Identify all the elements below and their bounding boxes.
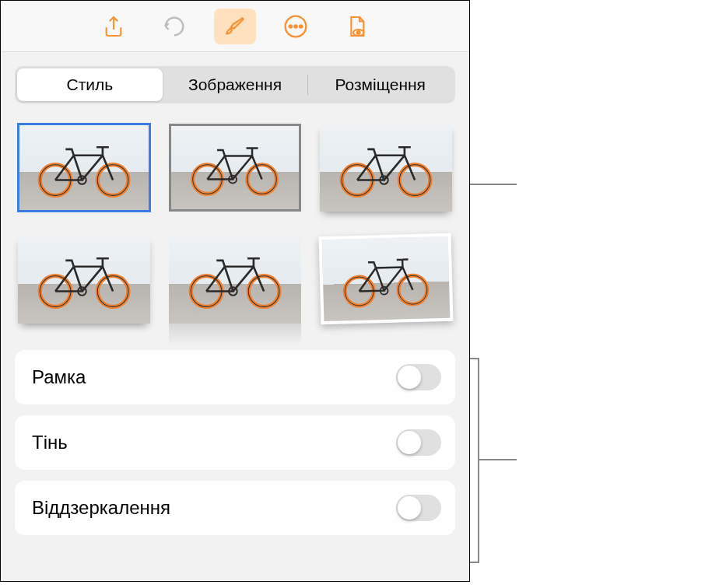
callout-line [470, 184, 517, 185]
style-preset-photo[interactable] [320, 235, 452, 323]
style-options-list: Рамка Тінь Віддзеркалення [15, 350, 455, 535]
svg-point-5 [357, 31, 360, 34]
format-button[interactable] [214, 9, 256, 44]
style-preset-border[interactable] [169, 124, 301, 212]
toolbar [1, 1, 469, 52]
style-preset-reflection[interactable] [169, 235, 301, 323]
callout-bracket [470, 358, 479, 563]
option-row-border[interactable]: Рамка [15, 350, 455, 404]
svg-point-2 [294, 25, 296, 27]
toggle-knob [398, 431, 421, 454]
tab-image[interactable]: Зображення [163, 68, 308, 101]
share-button[interactable] [93, 9, 135, 44]
bike-thumbnail [329, 137, 443, 198]
toggle-knob [398, 496, 421, 520]
bike-thumbnail [178, 248, 292, 310]
document-view-button[interactable] [335, 9, 377, 44]
format-panel: Стиль Зображення Розміщення [0, 0, 470, 582]
document-view-icon [344, 14, 369, 39]
svg-point-3 [300, 25, 302, 27]
more-button[interactable] [275, 9, 317, 44]
toggle-reflection[interactable] [396, 495, 441, 521]
bike-thumbnail [331, 249, 440, 309]
bike-thumbnail [27, 137, 141, 198]
toggle-shadow[interactable] [396, 429, 441, 456]
option-label-reflection: Віддзеркалення [32, 497, 170, 519]
undo-icon [162, 14, 187, 39]
bike-thumbnail [27, 248, 141, 310]
option-row-reflection[interactable]: Віддзеркалення [15, 481, 455, 535]
tab-arrange[interactable]: Розміщення [307, 68, 453, 101]
content-area: Стиль Зображення Розміщення [1, 52, 469, 549]
tab-bar: Стиль Зображення Розміщення [15, 66, 455, 103]
share-icon [101, 14, 126, 39]
style-preset-drop-shadow[interactable] [18, 235, 150, 323]
undo-button[interactable] [153, 9, 195, 44]
more-icon [283, 14, 308, 39]
svg-point-1 [289, 25, 292, 27]
option-label-shadow: Тінь [32, 432, 68, 453]
option-row-shadow[interactable]: Тінь [15, 415, 455, 470]
paintbrush-icon [223, 14, 247, 39]
tab-style[interactable]: Стиль [17, 68, 163, 101]
bike-thumbnail [180, 138, 289, 197]
style-preset-none[interactable] [18, 124, 150, 212]
toggle-border[interactable] [396, 364, 441, 390]
style-preset-shadow[interactable] [320, 124, 452, 212]
option-label-border: Рамка [32, 366, 86, 388]
toggle-knob [398, 366, 421, 389]
style-presets-grid [15, 124, 455, 324]
callout-line [479, 459, 517, 460]
